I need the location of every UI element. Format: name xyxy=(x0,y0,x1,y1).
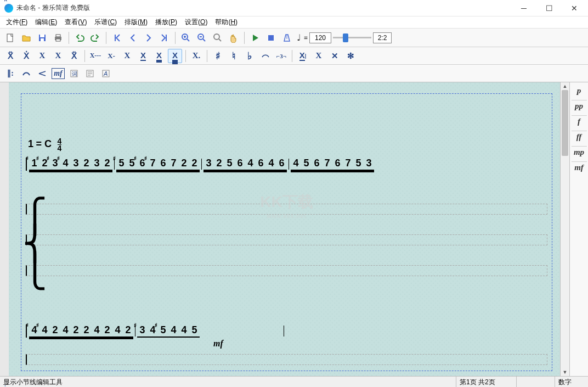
menu-编辑[interactable]: 编辑(E) xyxy=(31,16,61,28)
note[interactable]: 4 xyxy=(245,158,256,171)
menu-帮助[interactable]: 帮助(H) xyxy=(211,16,241,28)
note[interactable]: 5 xyxy=(353,158,364,171)
dynamic-ff-button[interactable]: ff xyxy=(572,131,587,143)
play-button[interactable] xyxy=(248,31,262,45)
stop-button[interactable] xyxy=(264,31,278,45)
maximize-button[interactable]: ☐ xyxy=(536,0,562,16)
staff-row-2[interactable]: 4424224242345445 mf xyxy=(26,324,547,338)
zoom-fit-button[interactable] xyxy=(211,31,225,45)
note[interactable]: 5 xyxy=(224,158,235,171)
menu-查看[interactable]: 查看(V) xyxy=(61,16,91,28)
staff-empty-3[interactable] xyxy=(26,265,547,276)
new-file-button[interactable] xyxy=(3,31,18,45)
metronome-button[interactable] xyxy=(280,31,294,45)
note[interactable]: 7 xyxy=(322,158,332,171)
menu-乐谱[interactable]: 乐谱(C) xyxy=(91,16,121,28)
note[interactable]: 7 xyxy=(168,158,179,171)
sharp-button[interactable]: ♯ xyxy=(211,49,225,63)
note[interactable]: 2 xyxy=(81,324,92,338)
note[interactable]: 4 xyxy=(291,158,301,171)
crescendo-button[interactable] xyxy=(35,66,49,81)
menu-播放[interactable]: 播放(P) xyxy=(151,16,181,28)
close-button[interactable]: ✕ xyxy=(562,0,587,16)
font-button[interactable]: A xyxy=(99,66,113,81)
staff-empty-4[interactable] xyxy=(26,354,547,365)
note-x-triple-underline-button[interactable]: X xyxy=(168,49,182,63)
lyrics-button[interactable]: 词 xyxy=(67,66,81,81)
note[interactable]: 4 xyxy=(60,324,71,338)
staff-row-1[interactable]: 12343232556767223256464645676753 xyxy=(26,158,547,171)
tie-button[interactable] xyxy=(258,49,273,63)
score-canvas[interactable]: 1 = C 44 ⎧⎨⎩ 123432325567672232564646456… xyxy=(9,82,560,376)
note[interactable]: 2 xyxy=(102,324,112,338)
tempo-input[interactable]: 120 xyxy=(309,32,331,43)
last-page-button[interactable] xyxy=(157,31,172,45)
natural-button[interactable]: ♮ xyxy=(227,49,241,63)
minimize-button[interactable]: ─ xyxy=(511,0,536,16)
undo-button[interactable] xyxy=(72,31,87,45)
scroll-down-arrow[interactable]: ▼ xyxy=(561,368,569,376)
note[interactable]: 5 xyxy=(116,158,127,171)
pan-button[interactable] xyxy=(227,31,241,45)
barline[interactable] xyxy=(284,326,284,336)
note[interactable]: 3 xyxy=(364,158,374,171)
note-x-button[interactable]: X xyxy=(35,49,49,63)
note-x-plain-button[interactable]: X xyxy=(120,49,134,63)
zoom-in-button[interactable] xyxy=(179,31,193,45)
note[interactable]: 4 xyxy=(92,324,102,338)
note[interactable]: 3 xyxy=(137,324,148,338)
note[interactable]: 4 xyxy=(179,324,189,338)
note[interactable]: 2 xyxy=(81,158,92,171)
redo-button[interactable] xyxy=(88,31,103,45)
scroll-up-arrow[interactable]: ▲ xyxy=(561,82,569,90)
note[interactable]: 4 xyxy=(168,324,179,338)
next-page-button[interactable] xyxy=(142,31,156,45)
note[interactable]: 5 xyxy=(158,324,168,338)
barline[interactable] xyxy=(201,159,202,170)
note[interactable]: 3 xyxy=(203,158,214,171)
note[interactable]: 2 xyxy=(189,158,200,171)
first-page-button[interactable] xyxy=(110,31,124,45)
note[interactable]: 3 xyxy=(92,158,102,171)
note-x-barline-button[interactable]: X| xyxy=(296,49,310,63)
note[interactable]: 6 xyxy=(276,158,287,171)
dynamic-mp-button[interactable]: mp xyxy=(572,146,587,158)
slur-button[interactable] xyxy=(19,66,33,81)
repeat-sign-button[interactable]: ‖: xyxy=(3,66,18,81)
dynamic-p-button[interactable]: p xyxy=(572,85,587,97)
note-x-dot-above-button[interactable]: Ẋ xyxy=(19,49,33,63)
note[interactable]: 2 xyxy=(71,324,81,338)
vertical-scrollbar[interactable]: ▲ ▼ xyxy=(560,82,569,376)
flat-button[interactable]: ♭ xyxy=(242,49,257,63)
note[interactable]: 2 xyxy=(123,324,133,338)
note-x-double-underline-button[interactable]: X xyxy=(152,49,166,63)
zoom-ratio-box[interactable]: 2:2 xyxy=(373,32,392,43)
menu-排版[interactable]: 排版(M) xyxy=(121,16,151,28)
note[interactable]: 5 xyxy=(189,324,200,338)
dynamic-f-button[interactable]: f xyxy=(572,115,587,127)
note-x-dot-button[interactable]: X. xyxy=(189,49,203,63)
note[interactable]: 6 xyxy=(332,158,343,171)
note[interactable]: 4 xyxy=(39,324,50,338)
note-x-dot-below-button[interactable]: X: xyxy=(51,49,65,63)
note-x-cross-button[interactable]: ✕ xyxy=(327,49,342,63)
note[interactable]: 4 xyxy=(266,158,276,171)
note-x-dash-button[interactable]: X- xyxy=(104,49,118,63)
scroll-thumb[interactable] xyxy=(562,90,568,156)
note-x-triple-dash-button[interactable]: X--- xyxy=(88,49,103,63)
menu-文件[interactable]: 文件(F) xyxy=(2,16,31,28)
note-x-star-button[interactable]: ✻ xyxy=(343,49,358,63)
save-button[interactable] xyxy=(35,31,49,45)
note[interactable]: 4 xyxy=(60,158,71,171)
staff-empty-1[interactable] xyxy=(26,204,547,215)
menu-设置[interactable]: 设置(O) xyxy=(181,16,211,28)
staff-empty-2[interactable] xyxy=(26,234,547,245)
note[interactable]: 2 xyxy=(102,158,112,171)
print-button[interactable] xyxy=(51,31,65,45)
prev-page-button[interactable] xyxy=(126,31,140,45)
note[interactable]: 7 xyxy=(148,158,158,171)
note[interactable]: 2 xyxy=(214,158,224,171)
note[interactable]: 6 xyxy=(235,158,245,171)
barline[interactable] xyxy=(289,159,289,170)
dynamics-mf-button[interactable]: mf xyxy=(51,66,65,81)
